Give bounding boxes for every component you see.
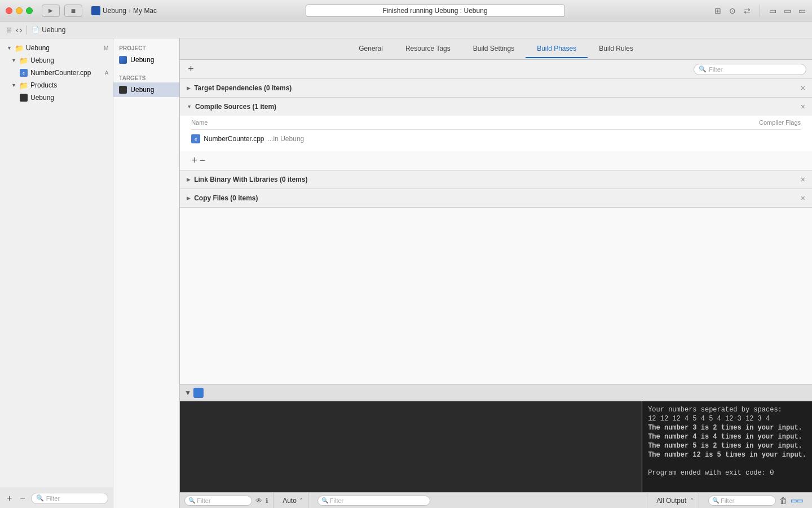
phase-title: Target Dependencies (0 items) [194, 84, 292, 92]
share-icon[interactable]: ⊙ [728, 6, 737, 15]
statusbar-auto: Auto ⌃ [278, 493, 308, 508]
phase-title-link: Link Binary With Libraries (0 items) [194, 176, 307, 183]
sidebar-item-uebung-folder[interactable]: ▼ 📁 Uebung [0, 54, 113, 67]
trash-icon[interactable]: 🗑 [779, 496, 787, 505]
destination-label: My Mac [133, 7, 157, 15]
xcodeproj-icon [119, 56, 127, 64]
editor-bottom-icon[interactable]: ▭ [783, 6, 792, 15]
main-content: General Resource Tags Build Settings Bui… [180, 38, 812, 508]
folder-icon: 📁 [19, 56, 28, 65]
stop-button[interactable]: ■ [64, 5, 82, 17]
phase-close-button[interactable]: × [801, 84, 805, 93]
target-list-item-uebung[interactable]: Uebung [113, 82, 179, 97]
scheme-label: Uebung [103, 7, 126, 15]
add-file-button[interactable]: + [191, 155, 197, 167]
bottom-toolbar: ▼ [180, 384, 812, 401]
editor-pane [180, 401, 642, 492]
tab-resource-tags[interactable]: Resource Tags [394, 40, 462, 58]
sidebar-remove-button[interactable]: − [17, 492, 27, 505]
phases-filter[interactable]: 🔍 Filter [694, 64, 806, 75]
col-flags-label: Compiler Flags [759, 119, 801, 126]
expand-icon: ▼ [187, 104, 192, 110]
tab-build-settings[interactable]: Build Settings [462, 40, 526, 58]
phase-section-copy: ▶ Copy Files (0 items) × [180, 189, 812, 208]
sidebar-filter[interactable]: 🔍 Filter [31, 493, 109, 504]
project-folder-icon: 📁 [15, 43, 24, 52]
phase-section-compile: ▼ Compile Sources (1 item) × Name Compil… [180, 98, 812, 170]
tab-build-rules[interactable]: Build Rules [588, 40, 645, 58]
statusbar-left: 🔍 Filter 👁 ℹ [184, 493, 273, 508]
phase-close-compile-button[interactable]: × [801, 102, 805, 111]
editor-left-icon[interactable]: ▭ [768, 6, 777, 15]
sidebar-item-products-folder[interactable]: ▼ 📁 Products [0, 79, 113, 91]
phase-header-dependencies[interactable]: ▶ Target Dependencies (0 items) × [180, 79, 812, 97]
down-chevron-icon: ▼ [184, 389, 191, 397]
phase-header-link[interactable]: ▶ Link Binary With Libraries (0 items) × [180, 170, 812, 189]
pathbar: ⊟ ‹ › 📄 Uebung [0, 21, 812, 38]
compile-subname: ...in Uebung [268, 135, 304, 143]
filter-icon: 🔍 [712, 497, 719, 503]
chevron-right-icon: › [129, 7, 131, 15]
auto-chevron-icon: ⌃ [299, 497, 303, 503]
filter-icon: 🔍 [188, 497, 195, 503]
console-line-1: 12 12 12 4 5 4 5 4 12 3 12 3 4 [648, 415, 806, 423]
remove-file-button[interactable]: − [200, 155, 206, 167]
sidebar-toggle-icon[interactable]: ⊟ [5, 25, 14, 34]
eye-icon[interactable]: 👁 [255, 497, 262, 505]
view-split-icon[interactable]: ▭▭ [791, 497, 803, 505]
compile-filename: NumberCounter.cpp [204, 135, 264, 143]
project-list-item[interactable]: Uebung [113, 52, 179, 67]
editor-filter[interactable]: 🔍 Filter [184, 496, 252, 506]
sidebar-products-label: Products [30, 81, 57, 89]
console-line-5: The number 12 is 5 times in your input. [648, 451, 806, 459]
console-pane: Your numbers seperated by spaces: 12 12 … [642, 401, 812, 492]
target-icon [119, 86, 127, 94]
diff-icon[interactable]: ⇄ [743, 6, 752, 15]
phase-section-link: ▶ Link Binary With Libraries (0 items) × [180, 170, 812, 189]
output-filter[interactable]: 🔍 Filter [708, 496, 776, 506]
compile-row-0[interactable]: c NumberCounter.cpp ...in Uebung [191, 132, 801, 146]
info-icon[interactable]: ℹ [266, 497, 268, 505]
zoom-button[interactable] [26, 7, 33, 14]
phase-header-copy[interactable]: ▶ Copy Files (0 items) × [180, 189, 812, 207]
cpp-file-icon: c [19, 68, 28, 77]
project-name-label: Uebung [130, 56, 154, 64]
breadcrumb-label: Uebung [42, 26, 65, 34]
breadcrumb-item[interactable]: 📄 Uebung [32, 26, 65, 34]
list-icon[interactable]: ⊞ [713, 6, 722, 15]
editor-right-icon[interactable]: ▭ [797, 6, 806, 15]
bottom-area: ▼ Your numbers seperated by spaces: 12 1… [180, 384, 812, 508]
sidebar-item-root[interactable]: ▼ 📁 Uebung M [0, 42, 113, 54]
filter-placeholder: Filter [709, 66, 722, 73]
run-status: Finished running Uebung : Uebung [306, 5, 565, 17]
all-output-chevron-icon: ⌃ [690, 497, 694, 503]
statusbar-right: All Output ⌃ [652, 493, 699, 508]
filter-icon: 🔍 [36, 494, 44, 502]
target-list: PROJECT Uebung TARGETS Uebung [113, 38, 180, 508]
sidebar-item-numbercounter[interactable]: c NumberCounter.cpp A [0, 67, 113, 79]
console-filter[interactable]: 🔍 Filter [317, 496, 430, 506]
tab-general[interactable]: General [347, 40, 394, 58]
col-name-label: Name [191, 119, 759, 126]
minimize-button[interactable] [16, 7, 23, 14]
sidebar-folder-label: Uebung [30, 56, 54, 64]
sidebar-item-product[interactable]: Uebung [0, 91, 113, 104]
nav-forward-icon[interactable]: › [20, 25, 23, 34]
cpp-file-icon: c [191, 134, 200, 143]
tabs-bar: General Resource Tags Build Settings Bui… [180, 38, 812, 60]
close-button[interactable] [6, 7, 12, 14]
nav-back-icon[interactable]: ‹ [16, 25, 19, 34]
phase-header-compile[interactable]: ▼ Compile Sources (1 item) × [180, 98, 812, 116]
console-line-0: Your numbers seperated by spaces: [648, 406, 806, 414]
phase-close-link-button[interactable]: × [801, 175, 805, 184]
traffic-lights [6, 7, 33, 14]
sidebar-add-button[interactable]: + [5, 492, 14, 505]
filter-icon: 🔍 [321, 497, 328, 503]
expand-arrow-icon: ▼ [11, 58, 17, 63]
add-phase-button[interactable]: + [186, 63, 196, 75]
phase-close-copy-button[interactable]: × [801, 194, 805, 203]
tab-build-phases[interactable]: Build Phases [526, 40, 588, 58]
phase-section-dependencies: ▶ Target Dependencies (0 items) × [180, 79, 812, 98]
play-button[interactable]: ▶ [42, 5, 60, 17]
expand-icon: ▶ [187, 177, 191, 182]
